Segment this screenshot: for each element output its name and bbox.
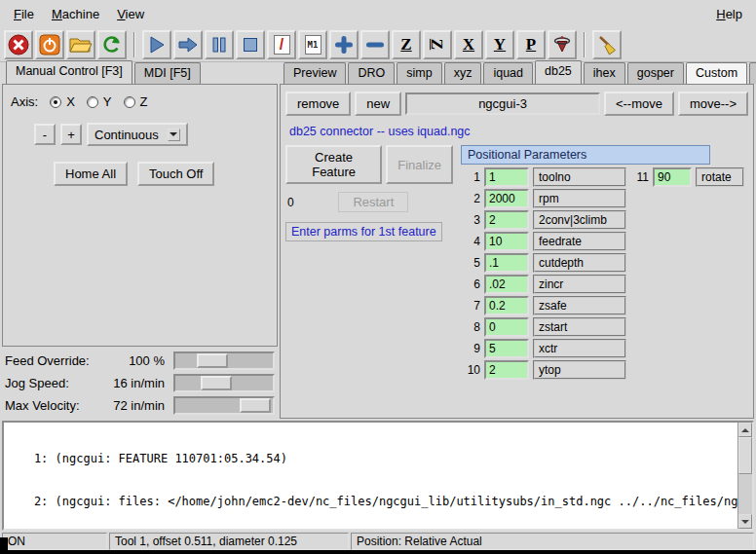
radio-z-indicator — [124, 96, 135, 108]
stop-button[interactable] — [236, 30, 265, 59]
jog-plus-button[interactable]: + — [60, 124, 82, 145]
tab-dro[interactable]: DRO — [348, 62, 395, 84]
m1-page-icon: M1 — [305, 35, 321, 55]
scroll-up-arrow-icon[interactable] — [738, 423, 752, 437]
view-perspective-button[interactable]: P — [516, 30, 546, 59]
zoom-out-button[interactable] — [360, 30, 390, 59]
tab-xyz[interactable]: xyz — [444, 62, 482, 84]
max-velocity-value: 72 in/min — [113, 398, 173, 413]
param-number: 8 — [461, 320, 480, 334]
axis-radio-x[interactable]: X — [50, 94, 75, 109]
open-file-button[interactable] — [66, 30, 95, 59]
menu-help[interactable]: Help — [708, 3, 750, 25]
param-row: 5 cutdepth — [461, 253, 748, 273]
pause-icon — [210, 36, 228, 54]
new-tab-button[interactable]: new — [355, 92, 401, 116]
skip-lines-button[interactable]: / — [267, 30, 296, 59]
position-mode: Position: Relative Actual — [351, 533, 754, 550]
tab-ttt[interactable]: ttt — [749, 62, 756, 84]
tab-custom[interactable]: Custom — [686, 62, 747, 84]
param-input-conv[interactable] — [484, 210, 529, 230]
view-front-button[interactable]: Y — [485, 30, 514, 59]
run-button[interactable] — [142, 30, 171, 59]
max-velocity-thumb[interactable] — [240, 398, 271, 413]
gcode-text: 1: (ngcgui: FEATURE 110701:05.34.54) 2: … — [4, 423, 737, 529]
feature-controls: Create Feature Finalize 0 Restart Enter … — [285, 145, 453, 382]
tab-preview[interactable]: Preview — [284, 62, 346, 84]
step-button[interactable] — [173, 30, 203, 59]
optional-pause-button[interactable]: M1 — [298, 30, 327, 59]
tab-mdi[interactable]: MDI [F5] — [134, 62, 201, 84]
param-name-label: ytop — [533, 360, 626, 380]
jog-speed-thumb[interactable] — [201, 376, 232, 390]
param-input-toolno[interactable] — [484, 167, 529, 187]
run-icon — [147, 35, 167, 55]
machine-power-button[interactable] — [35, 30, 64, 59]
gcode-text-area[interactable]: 1: (ngcgui: FEATURE 110701:05.34.54) 2: … — [2, 421, 754, 531]
menu-file[interactable]: File — [6, 3, 42, 25]
param-name-label: rotate — [696, 167, 744, 187]
tab-name-input[interactable] — [405, 92, 600, 115]
scrollbar-trough[interactable] — [738, 437, 752, 514]
param-input-xctr[interactable] — [484, 339, 529, 358]
home-all-button[interactable]: Home All — [54, 162, 128, 186]
axis-radio-z[interactable]: Z — [124, 94, 148, 109]
param-input-zincr[interactable] — [484, 275, 529, 294]
zoom-out-icon — [366, 36, 384, 54]
right-tabs: Preview DRO simp xyz iquad db25 ihex gos… — [280, 60, 754, 84]
touch-off-button[interactable]: Touch Off — [137, 162, 214, 186]
power-icon — [39, 34, 60, 55]
finalize-button[interactable]: Finalize — [386, 145, 453, 184]
jog-mode-dropdown[interactable]: Continuous — [87, 123, 188, 146]
feed-override-thumb[interactable] — [197, 353, 228, 368]
param-input-rotate[interactable] — [653, 167, 692, 187]
reload-icon — [101, 34, 123, 55]
param-input-zsafe[interactable] — [484, 296, 529, 315]
tab-iquad[interactable]: iquad — [483, 62, 533, 84]
max-velocity-slider[interactable] — [173, 396, 275, 415]
positional-parameters: Positional Parameters 1 toolno 11 rotate… — [461, 145, 748, 382]
radio-y-indicator — [87, 96, 98, 108]
param-input-zstart[interactable] — [484, 317, 529, 337]
axis-x-label: X — [66, 94, 75, 109]
view-side-button[interactable]: X — [454, 30, 483, 59]
zoom-in-icon — [335, 36, 353, 54]
statusbar: ON Tool 1, offset 0.511, diameter 0.125 … — [2, 533, 754, 550]
tab-ihex[interactable]: ihex — [584, 62, 625, 84]
pause-button[interactable] — [205, 30, 234, 59]
jog-speed-slider[interactable] — [173, 374, 275, 392]
view-top-button[interactable]: Z — [392, 30, 421, 59]
param-input-feedrate[interactable] — [484, 232, 529, 251]
param-input-cutdepth[interactable] — [484, 253, 529, 273]
tab-gosper[interactable]: gosper — [627, 62, 684, 84]
zoom-in-button[interactable] — [329, 30, 359, 59]
tab-manual-control[interactable]: Manual Control [F3] — [6, 60, 132, 84]
menu-view[interactable]: View — [109, 3, 152, 25]
view-rotated-top-button[interactable]: Z — [423, 30, 452, 59]
menubar: File Machine View Help — [0, 0, 756, 27]
param-row: 9 xctr — [461, 339, 748, 358]
estop-button[interactable] — [4, 30, 33, 59]
move-left-button[interactable]: <--move — [604, 92, 674, 116]
create-feature-button[interactable]: Create Feature — [285, 145, 382, 184]
remove-tab-button[interactable]: remove — [285, 92, 351, 116]
jog-minus-button[interactable]: - — [34, 124, 56, 145]
param-input-rpm[interactable] — [484, 189, 529, 208]
create-finalize-row: Create Feature Finalize — [285, 145, 453, 184]
slider-section: Feed Override: 100 % Jog Speed: 16 in/mi… — [2, 350, 278, 417]
axis-radio-y[interactable]: Y — [87, 94, 112, 109]
view-top-icon: Z — [400, 36, 411, 53]
restart-button[interactable]: Restart — [338, 192, 408, 212]
tab-simp[interactable]: simp — [397, 62, 441, 84]
feed-override-slider[interactable] — [173, 351, 275, 370]
param-input-ytop[interactable] — [484, 360, 529, 380]
scroll-down-arrow-icon[interactable] — [738, 514, 752, 529]
terminal-scrollbar[interactable] — [737, 423, 752, 529]
tab-db25[interactable]: db25 — [535, 60, 582, 84]
reload-file-button[interactable] — [97, 30, 127, 59]
clear-plot-button[interactable] — [592, 30, 622, 59]
move-right-button[interactable]: move--> — [678, 92, 748, 116]
toggle-rotate-button[interactable] — [548, 30, 577, 59]
menu-machine[interactable]: Machine — [44, 3, 107, 25]
scrollbar-thumb[interactable] — [738, 437, 752, 474]
